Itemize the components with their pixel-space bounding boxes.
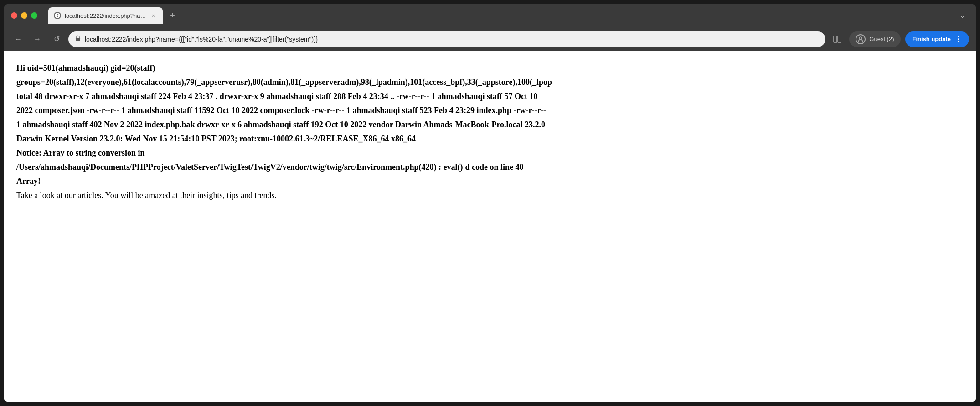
content-line-9: Array! — [16, 175, 964, 187]
guest-avatar-icon — [856, 34, 866, 44]
address-text: localhost:2222/index.php?name={{["id","l… — [85, 36, 819, 43]
tab-bar-right: ⌄ — [956, 9, 969, 22]
title-bar: localhost:2222/index.php?na… × + ⌄ — [4, 4, 976, 27]
forward-button[interactable]: → — [30, 32, 45, 47]
svg-rect-4 — [834, 36, 837, 42]
svg-rect-5 — [838, 36, 841, 42]
maximize-button[interactable] — [31, 12, 37, 19]
back-button[interactable]: ← — [11, 32, 26, 47]
refresh-button[interactable]: ↺ — [49, 32, 64, 47]
finish-update-more-icon: ⋮ — [954, 35, 962, 43]
content-line-1: Hi uid=501(ahmadshauqi) gid=20(staff) — [16, 62, 964, 74]
nav-bar: ← → ↺ localhost:2222/index.php?name={{["… — [4, 27, 976, 51]
nav-right-controls: Guest (2) Finish update ⋮ — [830, 31, 969, 47]
content-line-2: groups=20(staff),12(everyone),61(localac… — [16, 76, 964, 88]
address-bar[interactable]: localhost:2222/index.php?name={{["id","l… — [68, 31, 825, 47]
new-tab-button[interactable]: + — [166, 9, 179, 22]
content-line-3: total 48 drwxr-xr-x 7 ahmadshauqi staff … — [16, 90, 964, 103]
svg-point-6 — [859, 37, 862, 40]
lock-icon — [75, 35, 81, 43]
tab-bar: localhost:2222/index.php?na… × + ⌄ — [48, 7, 969, 24]
chevron-down-icon[interactable]: ⌄ — [956, 9, 969, 22]
content-line-4: 2022 composer.json -rw-r--r-- 1 ahmadsha… — [16, 104, 964, 117]
content-line-6: Darwin Kernel Version 23.2.0: Wed Nov 15… — [16, 133, 964, 145]
guest-label: Guest (2) — [869, 36, 894, 42]
close-button[interactable] — [11, 12, 17, 19]
tab-close-button[interactable]: × — [150, 12, 157, 19]
content-line-8: /Users/ahmadshauqi/Documents/PHPProject/… — [16, 161, 964, 173]
active-tab[interactable]: localhost:2222/index.php?na… × — [48, 7, 163, 24]
browser-window: localhost:2222/index.php?na… × + ⌄ ← → ↺ — [4, 4, 976, 402]
finish-update-button[interactable]: Finish update ⋮ — [905, 31, 970, 47]
reader-mode-button[interactable] — [830, 32, 845, 47]
content-line-5: 1 ahmadshauqi staff 402 Nov 2 2022 index… — [16, 119, 964, 131]
content-line-7: Notice: Array to string conversion in — [16, 147, 964, 159]
minimize-button[interactable] — [21, 12, 27, 19]
tab-title: localhost:2222/index.php?na… — [65, 12, 146, 19]
traffic-lights — [11, 12, 37, 19]
svg-rect-3 — [76, 38, 80, 41]
finish-update-label: Finish update — [913, 36, 951, 42]
tab-favicon-icon — [54, 12, 61, 19]
content-line-10: Take a look at our articles. You will be… — [16, 189, 964, 202]
page-content: Hi uid=501(ahmadshauqi) gid=20(staff) gr… — [4, 51, 976, 402]
guest-profile-button[interactable]: Guest (2) — [849, 31, 900, 47]
